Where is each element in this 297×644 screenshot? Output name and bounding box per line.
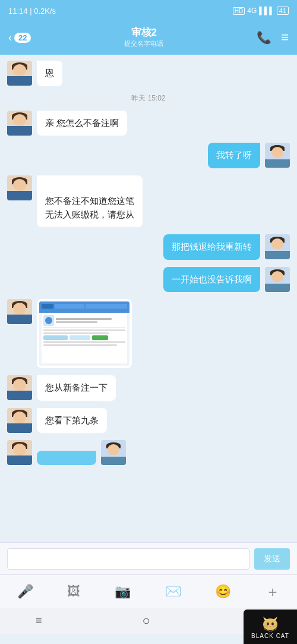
message-text: 我转了呀: [216, 150, 252, 160]
avatar-left: [7, 61, 32, 86]
status-time-network: 11:14 | 0.2K/s: [8, 7, 56, 15]
avatar-left: [7, 375, 32, 400]
nav-home-icon[interactable]: ○: [143, 613, 150, 629]
status-bar: 11:14 | 0.2K/s HD 4G ▌▌▌ 41: [0, 0, 297, 21]
image-message-bubble[interactable]: [37, 299, 132, 368]
signal-icon: ▌▌▌: [259, 7, 274, 15]
chat-header: ‹ 22 审核2 提交名字电话 📞 ≡: [0, 21, 297, 55]
network-type: 4G: [247, 7, 257, 15]
message-text: 恩: [45, 68, 54, 78]
black-cat-watermark: BLACK CAT: [244, 610, 297, 644]
nav-menu-icon[interactable]: ≡: [36, 615, 42, 627]
camera-icon[interactable]: 📷: [115, 584, 131, 599]
status-network: 0.2K/s: [34, 7, 56, 15]
partial-message-row: [7, 440, 290, 465]
header-center: 审核2 提交名字电话: [124, 27, 163, 48]
svg-point-5: [267, 622, 269, 625]
message-row-image: [7, 299, 290, 368]
message-row-right: 一开始也没告诉我啊: [7, 267, 290, 293]
emoji-icon[interactable]: 😊: [215, 584, 231, 599]
chat-bubble-left: 亲 您怎么不备注啊: [37, 111, 127, 136]
chat-bubble-right: 那把钱退给我重新转: [163, 234, 260, 260]
chat-title: 审核2: [124, 27, 163, 39]
message-row: 亲 您怎么不备注啊: [7, 111, 290, 136]
mic-icon[interactable]: 🎤: [17, 584, 33, 599]
message-text: 您不备注不知道您这笔 无法入账缴税，请您从: [45, 196, 134, 219]
avatar-left: [7, 111, 32, 136]
svg-point-6: [271, 622, 274, 625]
battery-icon: 41: [277, 7, 289, 15]
message-text: 那把钱退给我重新转: [172, 241, 252, 252]
battery-level: 41: [279, 7, 286, 14]
send-button[interactable]: 发送: [254, 548, 290, 570]
back-arrow-icon[interactable]: ‹: [8, 32, 12, 44]
message-row: 您看下第九条: [7, 408, 290, 433]
input-area: 发送: [0, 542, 297, 574]
status-time: 11:14: [8, 7, 28, 15]
envelope-icon[interactable]: ✉️: [165, 584, 181, 599]
timestamp: 昨天 15:02: [7, 93, 290, 103]
message-text: 亲 您怎么不备注啊: [45, 118, 119, 128]
chat-bubble-right: 一开始也没告诉我啊: [163, 267, 260, 293]
menu-icon[interactable]: ≡: [281, 30, 289, 45]
avatar-left: [7, 175, 32, 200]
status-icons: HD 4G ▌▌▌ 41: [233, 7, 289, 15]
message-row: 恩: [7, 61, 290, 86]
message-row-right: 我转了呀: [7, 143, 290, 168]
avatar-right: [265, 267, 290, 292]
message-row: 您从新备注一下: [7, 375, 290, 401]
header-left[interactable]: ‹ 22: [8, 32, 31, 44]
avatar-left: [7, 299, 32, 324]
message-image: [39, 301, 129, 366]
image-icon[interactable]: 🖼: [67, 584, 80, 599]
black-cat-logo-icon: [260, 615, 280, 632]
avatar-left: [7, 440, 32, 465]
watermark-text: BLACK CAT: [251, 633, 289, 639]
screenshot-thumbnail: [39, 301, 129, 366]
avatar-right: [265, 143, 290, 168]
hd-label: HD: [233, 7, 245, 15]
avatar-right: [265, 234, 290, 259]
chat-bubble-left: 您从新备注一下: [37, 375, 116, 401]
bottom-toolbar: 🎤 🖼 📷 ✉️ 😊 ＋: [0, 574, 297, 608]
chat-bubble-right: 我转了呀: [208, 143, 260, 168]
message-text: 一开始也没告诉我啊: [172, 274, 252, 284]
header-right[interactable]: 📞 ≡: [257, 30, 289, 45]
avatar-left: [7, 408, 32, 433]
message-input[interactable]: [7, 548, 249, 570]
message-text: 您从新备注一下: [45, 382, 108, 392]
chat-bubble-left: 您不备注不知道您这笔 无法入账缴税，请您从: [37, 175, 143, 228]
message-text: 您看下第九条: [45, 415, 99, 425]
chat-bubble-left: 您看下第九条: [37, 408, 107, 433]
message-row: 您不备注不知道您这笔 无法入账缴税，请您从: [7, 175, 290, 228]
chat-bubble-left: 恩: [37, 61, 62, 86]
unread-badge: 22: [14, 33, 31, 43]
partial-bubble: [37, 451, 96, 465]
chat-subtitle: 提交名字电话: [124, 39, 163, 48]
message-row-right: 那把钱退给我重新转: [7, 234, 290, 260]
phone-icon[interactable]: 📞: [257, 30, 271, 45]
avatar-right-partial: [101, 440, 126, 465]
plus-icon[interactable]: ＋: [266, 582, 280, 601]
chat-area: 恩 昨天 15:02 亲 您怎么不备注啊 我转了呀: [0, 55, 297, 542]
